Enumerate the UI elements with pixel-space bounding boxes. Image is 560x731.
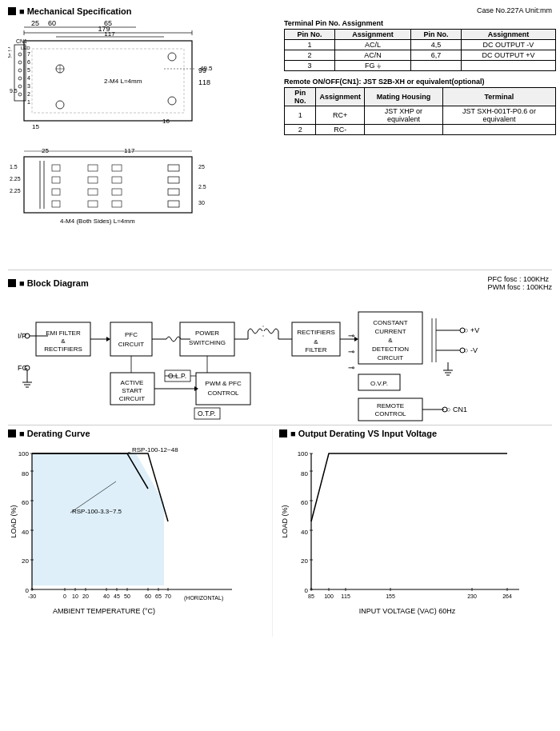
ovp-label: O.V.P.: [370, 380, 388, 387]
svg-text:-30: -30: [28, 593, 36, 599]
table-row: 2 AC/N 6,7 DC OUTPUT +V: [285, 50, 556, 61]
svg-text:CONTROL: CONTROL: [374, 410, 406, 417]
svg-text:40: 40: [22, 529, 29, 536]
svg-point-33: [168, 97, 176, 105]
svg-text:20: 20: [82, 593, 89, 599]
block-diagram-title: ■ Block Diagram: [19, 278, 89, 288]
svg-text:49.5: 49.5: [200, 65, 213, 72]
svg-text:5: 5: [27, 67, 30, 73]
svg-text:40: 40: [301, 529, 308, 536]
x-axis-title-output: INPUT VOLTAGE (VAC) 60Hz: [359, 607, 456, 615]
svg-text:155: 155: [386, 593, 395, 599]
svg-text:117: 117: [124, 147, 135, 154]
svg-text:START: START: [122, 387, 142, 394]
svg-point-18: [18, 69, 22, 72]
mech-spec-title: ■ Mechanical Specification: [19, 6, 132, 16]
fg-label: FG: [18, 364, 28, 372]
col-assignment1: Assignment: [334, 30, 410, 40]
svg-text:100: 100: [324, 593, 334, 599]
svg-text:30: 30: [198, 200, 205, 206]
otp-label: O.T.P.: [198, 409, 216, 417]
svg-text:65: 65: [155, 593, 162, 599]
svg-text:65: 65: [104, 21, 112, 27]
case-info: Case No.227A Unit:mm: [477, 6, 552, 14]
svg-text:40: 40: [103, 593, 110, 599]
table-row: 1 AC/L 4,5 DC OUTPUT -V: [285, 40, 556, 50]
svg-text:CURRENT: CURRENT: [374, 328, 406, 335]
mechanical-specification-section: ■ Mechanical Specification Case No.227A …: [8, 6, 552, 270]
curves-section: ■ Derating Curve 0 20 40 60 80 100: [8, 425, 552, 641]
svg-rect-60: [112, 165, 122, 171]
svg-rect-56: [88, 165, 98, 171]
power-switching-label: POWER: [195, 330, 219, 337]
svg-rect-63: [112, 201, 122, 207]
svg-rect-59: [88, 201, 98, 207]
svg-text:2.25: 2.25: [10, 188, 21, 194]
svg-text:CONTROL: CONTROL: [207, 389, 239, 397]
svg-marker-140: [32, 453, 164, 585]
svg-text:1.5: 1.5: [10, 164, 18, 170]
terminal-tables: Terminal Pin No. Assignment Pin No. Assi…: [284, 19, 556, 135]
output-derating-section: ■ Output Derating VS Input Voltage 0 20 …: [272, 429, 552, 637]
svg-rect-65: [168, 177, 179, 183]
svg-text:FILTER: FILTER: [306, 346, 327, 354]
remote-pin-table: Pin No. Assignment Mating Housing Termin…: [284, 87, 556, 135]
svg-text:117: 117: [104, 30, 115, 38]
svg-text:R.C.: R.C.: [8, 46, 12, 52]
svg-text:45: 45: [114, 593, 120, 599]
remote-table-title: Remote ON/OFF(CN1): JST S2B-XH or equiva…: [284, 78, 556, 86]
terminal-pin-table: Pin No. Assignment Pin No. Assignment 1 …: [284, 29, 556, 71]
svg-text:16: 16: [162, 118, 170, 125]
output-derating-chart-svg: 0 20 40 60 80 100 LOAD (%) 85: [279, 441, 543, 625]
svg-text:230: 230: [467, 593, 477, 599]
svg-text:60: 60: [48, 21, 56, 27]
svg-text:80: 80: [22, 470, 29, 477]
svg-text:264: 264: [502, 593, 512, 599]
svg-text:&: &: [388, 337, 393, 344]
svg-text:20: 20: [22, 557, 29, 565]
svg-point-17: [18, 61, 22, 64]
svg-text:&: &: [61, 338, 66, 345]
svg-text:2.25: 2.25: [10, 176, 21, 182]
output-derating-title: ■ Output Derating VS Input Voltage: [290, 429, 437, 438]
svg-text:2.5: 2.5: [198, 184, 206, 190]
mech-spec-header: ■ Mechanical Specification: [8, 6, 552, 16]
series2-label: RSP-100-3.3~7.5: [72, 508, 122, 515]
svg-text:9.5: 9.5: [10, 88, 18, 94]
block-diagram-svg: I/P FG EMI FILTER & RECTIFIERS PFC CIRCU…: [8, 294, 560, 426]
svg-point-34: [56, 101, 64, 109]
block-diagram-header: ■ Block Diagram PFC fosc : 100KHzPWM fos…: [8, 275, 552, 291]
pfc-info: PFC fosc : 100KHzPWM fosc : 100KHz: [487, 275, 552, 291]
svg-text:25: 25: [198, 164, 205, 170]
remote-ctrl-label: REMOTE: [377, 402, 404, 409]
terminal-table-title: Terminal Pin No. Assignment: [284, 19, 556, 27]
table-row: 1 RC+ JST XHP or equivalent JST SXH-001T…: [285, 106, 556, 125]
col-pin-no2: Pin No.: [411, 30, 462, 40]
header-square-output: [279, 429, 287, 437]
svg-text:3: 3: [27, 83, 30, 89]
svg-rect-52: [52, 165, 60, 171]
svg-text:85: 85: [308, 593, 314, 599]
block-diagram-section: ■ Block Diagram PFC fosc : 100KHzPWM fos…: [8, 274, 552, 425]
derating-curve-header: ■ Derating Curve: [8, 429, 272, 438]
svg-marker-86: [106, 337, 110, 342]
svg-text:60: 60: [301, 499, 308, 506]
svg-text:118: 118: [198, 78, 210, 86]
mechanical-drawing: 179 60 65 117 25 R.C. +V ADJ.: [8, 21, 280, 269]
svg-text:LOAD (%): LOAD (%): [10, 505, 18, 537]
svg-text:LOAD (%): LOAD (%): [281, 505, 289, 537]
emi-label: EMI FILTER: [46, 330, 81, 337]
pwm-pfc-label: PWM & PFC: [205, 380, 242, 387]
svg-rect-87: [110, 322, 152, 356]
svg-text:4: 4: [27, 75, 30, 81]
minus-v-label: ○ -V: [464, 346, 478, 354]
svg-rect-55: [52, 201, 60, 207]
cn1-label: ○ CN1: [446, 405, 467, 413]
derating-curve-section: ■ Derating Curve 0 20 40 60 80 100: [8, 429, 272, 637]
plus-v-label: ○ +V: [464, 326, 479, 334]
svg-text:100: 100: [298, 450, 309, 457]
svg-text:2-M4 L=4mm: 2-M4 L=4mm: [104, 78, 142, 85]
svg-marker-103: [354, 337, 358, 342]
svg-text:115: 115: [341, 593, 350, 599]
rect-filter-label: RECTIFIERS: [297, 329, 335, 336]
